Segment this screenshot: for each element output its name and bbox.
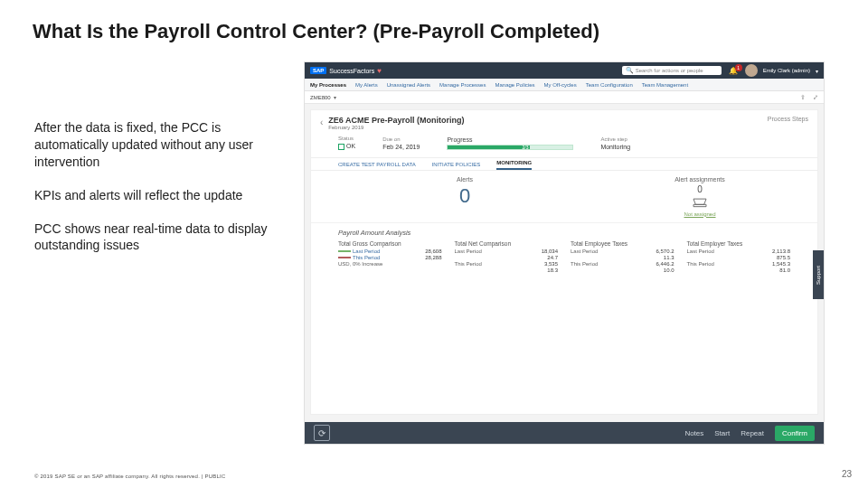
nav-my-offcycles[interactable]: My Off-cycles (543, 82, 576, 88)
payroll-area[interactable]: ZME800 (310, 95, 331, 100)
due-value: Feb 24, 2019 (382, 144, 420, 150)
analysis-column: Total Employer TaxesLast Period2,113.887… (687, 240, 791, 274)
tab-monitoring[interactable]: MONITORING (496, 160, 532, 170)
analysis-row: 875.5 (687, 255, 791, 260)
analysis-row-name: This Period (455, 261, 482, 267)
process-card: ‹ ZE6 ACME Pre-Payroll (Monitoring) Febr… (310, 109, 818, 415)
metric-due: Due on Feb 24, 2019 (382, 136, 420, 150)
export-icon[interactable]: ⇪ (800, 94, 806, 101)
analysis-section: Payroll Amount Analysis Total Gross Comp… (311, 223, 817, 279)
status-ok-icon (338, 144, 344, 150)
tab-initiate-policies[interactable]: INITIATE POLICIES (432, 162, 481, 170)
analysis-heading: Payroll Amount Analysis (338, 229, 790, 237)
top-bar: SAP SuccessFactors ♥ 🔍 Search for action… (305, 62, 824, 79)
analysis-row-value: 11.3 (664, 255, 675, 260)
analysis-row-value: 6,446.2 (656, 261, 674, 267)
progress-value: 2/3 (523, 145, 529, 150)
product-name: SuccessFactors (329, 68, 374, 74)
active-step-label: Active step (600, 136, 630, 142)
search-input[interactable]: 🔍 Search for actions or people (622, 66, 722, 75)
series-swatch-icon (338, 257, 351, 258)
slide-footer: © 2019 SAP SE or an SAP affiliate compan… (34, 474, 225, 479)
heart-icon: ♥ (377, 67, 382, 75)
analysis-col-label: Total Gross Comparison (338, 240, 442, 247)
nav-my-alerts[interactable]: My Alerts (355, 82, 378, 88)
search-placeholder: Search for actions or people (636, 68, 703, 73)
analysis-row: This Period1,545.3 (687, 261, 791, 267)
nav-manage-policies[interactable]: Manage Policies (495, 82, 534, 88)
notifications-button[interactable]: 🔔 1 (727, 67, 740, 75)
assignments-heading: Alert assignments (675, 176, 725, 183)
analysis-col-label: Total Employee Taxes (571, 240, 675, 247)
metric-status: Status OK (338, 136, 355, 150)
nav-my-processes[interactable]: My Processes (310, 82, 346, 88)
start-link[interactable]: Start (714, 429, 730, 437)
analysis-row-name: Last Period (455, 249, 482, 254)
analysis-row: 11.3 (571, 255, 675, 260)
confirm-button[interactable]: Confirm (775, 426, 815, 441)
analysis-row: Last Period6,570.2 (571, 249, 675, 254)
analysis-column: Total Employee TaxesLast Period6,570.211… (571, 240, 675, 274)
analysis-row: This Period6,446.2 (571, 261, 675, 267)
analysis-row: 10.0 (571, 267, 675, 273)
analysis-row-value: 3,535 (544, 261, 558, 267)
analysis-row-name[interactable]: Last Period (338, 249, 380, 254)
analysis-row-value: 28,288 (425, 255, 441, 260)
user-name: Emily Clark (admin) (763, 68, 810, 73)
metric-progress: Progress 2/3 (447, 136, 573, 150)
process-subtitle: February 2019 (328, 125, 768, 130)
analysis-row: This Period3,535 (455, 261, 559, 267)
analysis-row: Last Period18,034 (455, 249, 559, 254)
sub-toolbar: ZME800 ▾ ⇪ ⤢ (305, 91, 824, 104)
process-steps-link[interactable]: Process Steps (768, 116, 808, 122)
metrics-row: Status OK Due on Feb 24, 2019 Progress 2… (311, 132, 817, 158)
payroll-area-caret-icon[interactable]: ▾ (334, 94, 336, 100)
series-swatch-icon (338, 250, 351, 252)
analysis-row-name: This Period (687, 261, 714, 267)
progress-bar: 2/3 (447, 145, 573, 150)
app-screenshot: SAP SuccessFactors ♥ 🔍 Search for action… (304, 61, 825, 445)
notes-link[interactable]: Notes (684, 429, 703, 437)
refresh-icon: ⟳ (318, 428, 326, 438)
analysis-row: This Period28,288 (338, 255, 442, 260)
para-2: KPIs and alerts will reflect the update (34, 187, 269, 204)
analysis-row-value: 24.7 (547, 255, 558, 260)
analysis-column: Total Gross ComparisonLast Period28,608T… (338, 240, 442, 274)
expand-icon[interactable]: ⤢ (813, 94, 818, 101)
slide-title: What Is the Payroll Control Center? (Pre… (33, 20, 599, 43)
main-nav: My Processes My Alerts Unassigned Alerts… (305, 79, 824, 91)
active-step-value: Monitoring (600, 144, 630, 150)
sap-logo: SAP (310, 67, 326, 74)
analysis-column: Total Net ComparisonLast Period18,03424.… (455, 240, 559, 274)
analysis-row-name[interactable]: This Period (338, 255, 380, 260)
analysis-row-value: 2,113.8 (772, 249, 790, 254)
analysis-col-label: Total Employer Taxes (687, 240, 791, 247)
avatar[interactable] (745, 64, 758, 77)
not-assigned-link[interactable]: Not assigned (684, 211, 715, 217)
nav-unassigned-alerts[interactable]: Unassigned Alerts (387, 82, 430, 88)
analysis-row-name: Last Period (571, 249, 598, 254)
para-1: After the data is fixed, the PCC is auto… (34, 119, 269, 171)
step-tabs: CREATE TEST PAYROLL DATA INITIATE POLICI… (311, 158, 817, 171)
metric-active-step: Active step Monitoring (600, 136, 630, 150)
analysis-row: 18.3 (455, 267, 559, 273)
nav-team-config[interactable]: Team Configuration (586, 82, 633, 88)
user-menu-caret-icon[interactable]: ▾ (816, 68, 818, 74)
analysis-col-footer: USD, 0% Increase (338, 261, 442, 267)
tab-create-test-payroll[interactable]: CREATE TEST PAYROLL DATA (338, 162, 416, 170)
analysis-row-name: This Period (571, 261, 598, 267)
brand: SAP SuccessFactors ♥ (310, 67, 382, 75)
search-icon: 🔍 (626, 67, 634, 74)
assignments-count: 0 (697, 184, 703, 194)
analysis-row-name: Last Period (687, 249, 714, 254)
analysis-row-value: 28,608 (425, 249, 441, 254)
analysis-row-value: 1,545.3 (772, 261, 790, 267)
nav-manage-processes[interactable]: Manage Processes (439, 82, 486, 88)
refresh-button[interactable]: ⟳ (314, 425, 330, 441)
support-tab[interactable]: Support (813, 250, 824, 299)
nav-team-management[interactable]: Team Management (642, 82, 688, 88)
notification-badge: 1 (735, 64, 742, 71)
alerts-heading: Alerts (457, 176, 473, 183)
analysis-col-label: Total Net Comparison (455, 240, 559, 247)
repeat-link[interactable]: Repeat (741, 429, 764, 437)
